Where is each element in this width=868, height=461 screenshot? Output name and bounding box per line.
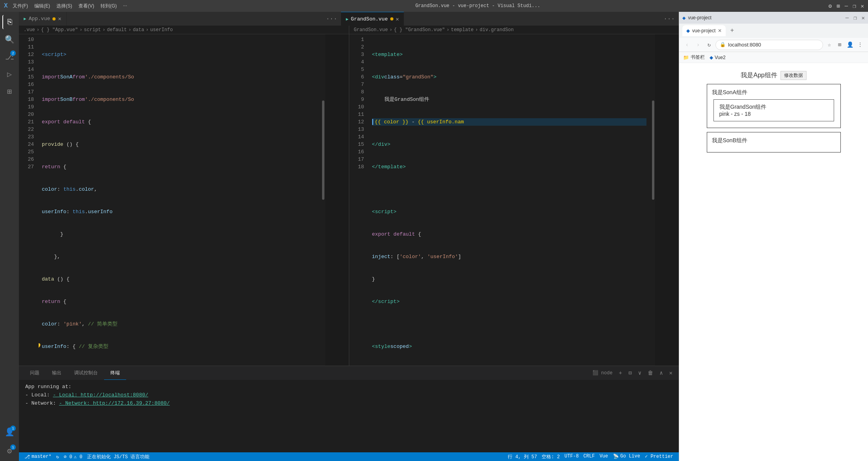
tab-overflow-btn[interactable]: ··· [322,15,341,22]
tab-output[interactable]: 输出 [46,366,68,380]
position-item[interactable]: 行 4, 列 57 [505,454,539,460]
code-line: color: 'pink', // 简单类型 [42,320,317,328]
app-header: 我是App组件 修改数据 [741,71,806,80]
prettier-label: ✓ Prettier [645,454,673,459]
browser-tab-close[interactable]: ✕ [718,28,722,33]
menu-select[interactable]: 选择(S) [56,3,72,9]
code-line: }, [42,253,317,260]
menu-more[interactable]: ··· [123,3,127,9]
terminal-content: App running at: - Local: - Local: http:/… [19,380,679,452]
spaces-item[interactable]: 空格: 2 [539,454,562,460]
tab-appvue[interactable]: ▶ App.vue ✕ [19,12,67,26]
address-bar[interactable]: 🔒 localhost:8080 [715,40,823,50]
menu-file[interactable]: 又件(F) [13,3,28,9]
code-line: color: this.color, [42,186,317,193]
browser-titlebar: ◆ vue-project — ❐ ✕ [679,12,868,24]
terminal-split-btn[interactable]: ⊟ [627,369,633,377]
local-link[interactable]: - Local: http://localhost:8080/ [53,392,148,398]
browser-menu-btn[interactable]: ⋮ [855,40,865,50]
sync-icon: ↻ [56,454,59,460]
activity-bar: ⎘ 🔍 ⎇ 2 ▷ ⊞ 👤 1 ⚙ 1 [0,12,19,461]
tab-overflow-btn2[interactable]: ··· [659,15,679,22]
golive-label: Go Live [620,454,640,459]
layout-icon[interactable]: ⊞ [836,3,840,9]
code-line: name: 'zs', [42,365,317,366]
menu-view[interactable]: 查看(V) [78,3,94,9]
vue-file-icon: ▶ [24,16,26,21]
code-line: 💛 userInfo: { // 复杂类型 [42,343,317,350]
minimap-left [325,34,349,366]
browser-content: 我是App组件 修改数据 我是SonA组件 我是GrandSon组件 pink … [679,63,868,461]
scrollbar-v-left[interactable] [320,34,325,366]
encoding-item[interactable]: UTF-8 [562,454,581,459]
code-line: return { [42,163,317,171]
source-control-icon[interactable]: ⎇ 2 [2,50,17,64]
bookmark-vue2[interactable]: ◆ Vue2 [710,55,726,60]
code-line: import SonA from './components/So [42,73,317,81]
explorer-icon[interactable]: ⎘ [2,15,17,29]
menu-goto[interactable]: 转到(G) [101,3,117,9]
terminal-line-2: - Local: - Local: http://localhost:8080/ [25,391,672,400]
git-branch-item[interactable]: ⎇ master* [22,452,54,461]
settings-icon[interactable]: ⚙ [829,3,832,9]
line-ending-item[interactable]: CRLF [581,454,597,459]
account-browser-btn[interactable]: 👤 [845,40,855,50]
editor-pane-left[interactable]: 10 11 12 13 14 15 16 17 18 19 20 21 22 2… [19,34,349,366]
modify-data-btn[interactable]: 修改数据 [780,71,807,80]
bookmark-btn[interactable]: ☆ [825,40,834,50]
browser-tabbar: ◆ vue-project ✕ + [679,24,868,38]
refresh-btn[interactable]: ↻ [704,40,714,50]
tab-problems[interactable]: 问题 [24,366,46,380]
browser-close[interactable]: ✕ [862,15,865,21]
sync-item[interactable]: ↻ [54,452,61,461]
panel-close-btn[interactable]: ✕ [668,369,674,377]
prettier-item[interactable]: ✓ Prettier [643,454,676,459]
tab-close-icon[interactable]: ✕ [58,15,61,22]
add-terminal-btn[interactable]: + [617,369,624,377]
back-btn[interactable]: ‹ [682,40,692,50]
code-line-active: {{ color }} - {{ userInfo.nam [372,118,647,126]
scrollbar-v-right[interactable] [650,34,655,366]
gear-icon[interactable]: ⚙ 1 [2,444,17,458]
tab-close-icon2[interactable]: ✕ [396,16,399,22]
tab-debug-console[interactable]: 调试控制台 [68,366,104,380]
browser-title: vue-project [688,15,711,20]
minimize-btn[interactable]: — [845,3,848,9]
code-area-left: 10 11 12 13 14 15 16 17 18 19 20 21 22 2… [19,34,349,366]
menu-edit[interactable]: 编辑(E) [34,3,50,9]
network-link[interactable]: - Network: http://172.16.39.27:8080/ [59,400,170,406]
account-icon[interactable]: 👤 1 [2,425,17,439]
bc-template: template [451,27,474,33]
tab-grandsonvue[interactable]: ▶ GrandSon.vue ✕ [341,12,404,26]
search-icon[interactable]: 🔍 [2,32,17,46]
title-bar-left: X 又件(F) 编辑(E) 选择(S) 查看(V) 转到(G) ··· [4,2,127,9]
browser-maximize[interactable]: ❐ [853,15,857,21]
golive-item[interactable]: 📡 Go Live [611,454,643,459]
extensions-browser-btn[interactable]: ⊞ [835,40,844,50]
language-item[interactable]: Vue [597,454,611,459]
code-content-left[interactable]: <script> import SonA from './components/… [39,34,320,366]
bc-vue: .vue [24,27,35,33]
panel-maximize-btn[interactable]: ∧ [658,369,664,377]
close-btn[interactable]: ✕ [861,3,864,9]
sonb-label: 我是SonB组件 [712,137,836,144]
terminal-dropdown-btn[interactable]: ∨ [637,369,643,377]
extensions-icon[interactable]: ⊞ [2,84,17,99]
errors-item[interactable]: ⊘ 0 ⚠ 0 [61,452,85,461]
browser-tab[interactable]: ◆ vue-project ✕ [682,25,726,36]
code-line: export default { [372,230,647,238]
bookmark-folder[interactable]: 📁 书签栏 [683,54,705,61]
tab-terminal[interactable]: 终端 [104,366,126,380]
browser-logo: ◆ [682,15,685,21]
git-branch-icon: ⎇ [24,454,30,460]
browser-minimize[interactable]: — [846,15,849,21]
account-badge: 1 [10,426,16,431]
debug-run-icon[interactable]: ▷ [2,67,17,81]
forward-btn[interactable]: › [693,40,703,50]
maximize-btn[interactable]: ❐ [853,3,856,9]
editor-pane-right[interactable]: 1 2 3 4 5 6 7 8 9 10 11 12 13 14 [349,34,679,366]
terminal-delete-btn[interactable]: 🗑 [646,369,655,377]
new-tab-btn[interactable]: + [727,26,737,35]
bc-userinfo: userInfo [150,27,173,33]
code-content-right[interactable]: <template> <div class="grandSon"> 我是Gran… [369,34,650,366]
